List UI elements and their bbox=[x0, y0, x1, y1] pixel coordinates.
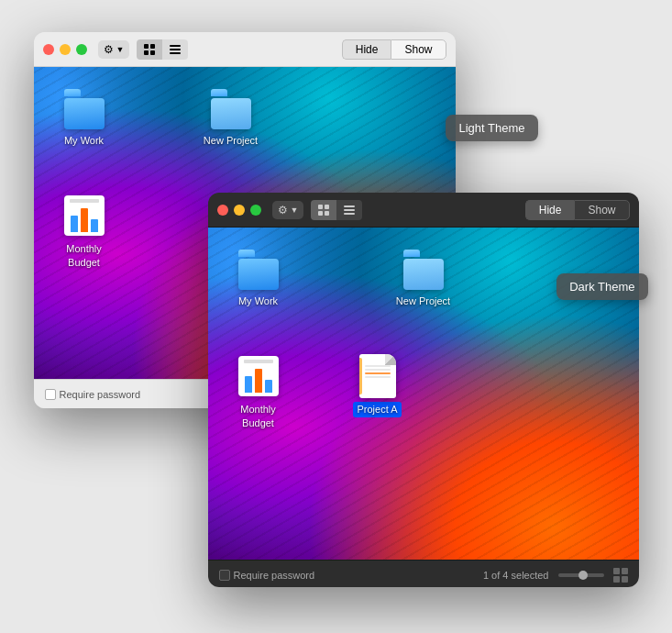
password-checkbox-dark[interactable]: Require password bbox=[219, 570, 315, 581]
gear-icon-light: ⚙ bbox=[104, 43, 114, 56]
close-button-light[interactable] bbox=[43, 44, 54, 55]
icon-label-mywork-light: My Work bbox=[61, 133, 107, 148]
slider-thumb-dark bbox=[578, 571, 588, 580]
view-toggle-dark bbox=[311, 200, 362, 220]
hide-show-light: Hide Show bbox=[342, 39, 446, 60]
svg-rect-1 bbox=[150, 44, 155, 49]
svg-rect-0 bbox=[144, 44, 149, 49]
folder-icon-newproject-dark bbox=[402, 246, 446, 290]
folder-mywork-light[interactable]: My Work bbox=[52, 85, 116, 148]
desktop-icons-dark: My Work New Project bbox=[208, 228, 639, 560]
slider-track-dark bbox=[558, 573, 604, 577]
hide-button-light[interactable]: Hide bbox=[342, 39, 391, 60]
show-button-light[interactable]: Show bbox=[391, 39, 446, 60]
chevron-down-icon-dark: ▼ bbox=[291, 205, 299, 215]
window-dark: ⚙ ▼ bbox=[208, 193, 639, 587]
svg-rect-8 bbox=[325, 205, 329, 209]
zoom-slider-dark[interactable] bbox=[558, 573, 604, 577]
password-checkbox-light[interactable]: Require password bbox=[45, 389, 141, 400]
svg-rect-2 bbox=[144, 50, 149, 55]
checkbox-icon-light[interactable] bbox=[45, 389, 56, 400]
svg-rect-10 bbox=[325, 211, 329, 216]
svg-rect-7 bbox=[318, 205, 323, 209]
icon-label-mywork-dark: My Work bbox=[235, 294, 281, 308]
grid-view-btn-light[interactable] bbox=[137, 39, 162, 60]
icon-row-1-dark: My Work New Project bbox=[226, 246, 621, 308]
svg-rect-12 bbox=[344, 209, 355, 211]
svg-rect-5 bbox=[170, 49, 181, 50]
list-view-btn-light[interactable] bbox=[162, 39, 188, 60]
titlebar-light: ⚙ ▼ bbox=[34, 32, 456, 67]
icon-label-monthly-budget-light: Monthly Budget bbox=[52, 241, 116, 270]
selection-info: 1 of 4 selected bbox=[483, 570, 549, 581]
doc-project-a-dark[interactable]: Project A bbox=[346, 354, 410, 416]
svg-rect-4 bbox=[170, 45, 181, 47]
traffic-lights-dark bbox=[217, 205, 261, 216]
svg-rect-6 bbox=[170, 52, 181, 54]
gear-button-light[interactable]: ⚙ ▼ bbox=[98, 40, 130, 59]
show-button-dark[interactable]: Show bbox=[574, 200, 629, 220]
svg-rect-13 bbox=[344, 213, 355, 215]
folder-newproject-light[interactable]: New Project bbox=[199, 85, 263, 148]
close-button-dark[interactable] bbox=[217, 205, 228, 216]
light-theme-label: Light Theme bbox=[446, 115, 537, 141]
titlebar-dark: ⚙ ▼ bbox=[208, 193, 639, 228]
folder-newproject-dark[interactable]: New Project bbox=[391, 246, 456, 308]
desktop-dark: My Work New Project bbox=[208, 228, 639, 560]
folder-icon-newproject-light bbox=[209, 85, 253, 129]
password-label-light: Require password bbox=[60, 389, 141, 400]
grid-view-icon-light bbox=[143, 43, 156, 56]
list-view-icon-light bbox=[169, 43, 182, 56]
icon-label-project-a-dark: Project A bbox=[353, 402, 401, 416]
statusbar-dark: Require password 1 of 4 selected bbox=[208, 560, 639, 587]
svg-rect-9 bbox=[318, 211, 323, 216]
folder-mywork-dark[interactable]: My Work bbox=[226, 246, 291, 308]
grid-view-icon-dark bbox=[317, 204, 330, 217]
doc-icon-project-a-dark bbox=[356, 354, 400, 398]
gear-button-dark[interactable]: ⚙ ▼ bbox=[272, 201, 304, 219]
folder-icon-mywork-light bbox=[62, 85, 106, 129]
icon-row-2-dark: Monthly Budget bbox=[226, 354, 621, 430]
icon-label-newproject-light: New Project bbox=[200, 133, 261, 148]
grid-size-icon-dark[interactable] bbox=[613, 568, 628, 583]
maximize-button-dark[interactable] bbox=[250, 205, 261, 216]
list-view-btn-dark[interactable] bbox=[336, 200, 362, 220]
icon-row-1-light: My Work New Project bbox=[52, 85, 437, 148]
folder-icon-mywork-dark bbox=[237, 246, 281, 290]
hide-show-dark: Hide Show bbox=[525, 200, 630, 220]
maximize-button-light[interactable] bbox=[76, 44, 87, 55]
minimize-button-dark[interactable] bbox=[234, 205, 245, 216]
list-view-icon-dark bbox=[343, 204, 356, 217]
chart-icon-monthly-budget-light bbox=[62, 194, 106, 238]
svg-rect-3 bbox=[150, 50, 155, 55]
icon-label-newproject-dark: New Project bbox=[392, 294, 454, 308]
chart-icon-monthly-budget-dark bbox=[237, 354, 281, 398]
svg-rect-11 bbox=[344, 205, 355, 207]
minimize-button-light[interactable] bbox=[60, 44, 71, 55]
chart-monthly-budget-light[interactable]: Monthly Budget bbox=[52, 194, 116, 270]
grid-view-btn-dark[interactable] bbox=[311, 200, 336, 220]
checkbox-icon-dark[interactable] bbox=[219, 570, 230, 581]
hide-button-dark[interactable]: Hide bbox=[525, 200, 575, 220]
view-toggle-light bbox=[137, 39, 188, 60]
traffic-lights-light bbox=[43, 44, 87, 55]
chart-monthly-budget-dark[interactable]: Monthly Budget bbox=[226, 354, 291, 430]
gear-icon-dark: ⚙ bbox=[278, 204, 288, 217]
chevron-down-icon-light: ▼ bbox=[116, 45, 125, 54]
scene: ⚙ ▼ bbox=[16, 14, 657, 619]
password-label-dark: Require password bbox=[234, 570, 315, 581]
icon-label-monthly-budget-dark: Monthly Budget bbox=[226, 402, 291, 430]
